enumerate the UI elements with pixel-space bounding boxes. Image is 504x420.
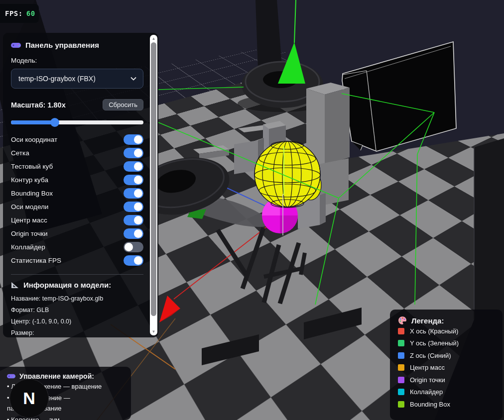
legend-swatch [398, 401, 404, 408]
legend-item: Y ось (Зеленый) [398, 337, 495, 350]
legend-item: Z ось (Синий) [398, 349, 495, 362]
legend-item: Коллайдер [398, 386, 495, 399]
triangle-ruler-icon [11, 282, 19, 289]
slider-thumb[interactable] [50, 118, 59, 127]
toggle-origin-points[interactable] [124, 228, 143, 239]
toggle-collider[interactable] [124, 242, 143, 252]
center-mass-sphere [254, 141, 321, 208]
legend-item: X ось (Красный) [398, 325, 495, 337]
legend-swatch [398, 389, 404, 395]
scrollbar-up-arrow[interactable]: ▲ [150, 36, 157, 41]
toggle-test-cube[interactable] [124, 161, 143, 172]
x-axis-arrow [159, 296, 180, 322]
model-info-title: Информация о модели: [11, 281, 143, 289]
toggle-grid[interactable] [124, 148, 143, 158]
legend-item: Origin точки [398, 374, 495, 386]
model-format: Формат: GLB [11, 305, 143, 316]
toggle-axes[interactable] [124, 134, 143, 145]
model-select[interactable]: temp-ISO-graybox (FBX) [11, 69, 143, 89]
legend-item: Центр масс [398, 362, 495, 374]
toggle-cube-outline[interactable] [124, 175, 143, 185]
fps-value: 60 [26, 9, 35, 17]
scrollbar-down-arrow[interactable]: ▼ [150, 329, 157, 334]
slider-fill [11, 120, 55, 124]
palette-icon [398, 316, 407, 325]
toggle-center-mass[interactable] [124, 215, 143, 225]
raised-tile-sides [202, 308, 362, 365]
model-center: Центр: (-1.0, 9.0, 0.0) [11, 316, 143, 327]
divider [11, 274, 143, 275]
scale-label: Масштаб: 1.80x [11, 101, 66, 109]
model-select-value: temp-ISO-graybox (FBX) [18, 75, 96, 83]
chevron-down-icon [130, 77, 136, 81]
legend-swatch [398, 377, 404, 383]
legend-item: Bounding Box [398, 398, 495, 411]
fps-badge: FPS: 60 [0, 4, 39, 23]
panel-title: Панель управления [11, 41, 143, 49]
gamepad-icon [7, 373, 15, 379]
model-size: Размер: [11, 327, 143, 337]
legend-swatch [398, 352, 404, 359]
toggle-fps-stats[interactable] [124, 255, 143, 266]
model-label: Модель: [11, 57, 143, 64]
scale-slider[interactable] [11, 118, 143, 127]
x-axis-line [174, 222, 273, 299]
legend-swatch [398, 364, 404, 371]
control-panel: Панель управления Модель: temp-ISO-grayb… [3, 33, 158, 337]
model-info: Название: temp-ISO-graybox.glb Формат: G… [11, 293, 143, 337]
toggle-list: Оси координат Сетка Тестовый куб Контур … [11, 133, 143, 267]
dark-sticks [218, 228, 305, 304]
legend-swatch [398, 328, 404, 334]
toggle-bounding-box[interactable] [124, 188, 143, 199]
fps-label: FPS: [5, 9, 23, 17]
toggle-model-axes[interactable] [124, 202, 143, 212]
scrollbar-thumb[interactable] [151, 42, 156, 316]
model-name: Название: temp-ISO-graybox.glb [11, 293, 143, 305]
legend-title: Легенда: [398, 316, 495, 325]
legend-swatch [398, 340, 404, 346]
reset-scale-button[interactable]: Сбросить [103, 99, 143, 110]
gamepad-icon [11, 42, 21, 49]
overlay-n-badge[interactable]: N [9, 379, 49, 418]
legend-panel: Легенда: X ось (Красный) Y ось (Зеленый)… [390, 310, 503, 420]
panel-scrollbar[interactable]: ▲ ▼ [150, 35, 157, 335]
app-window: FPS: 60 Панель управления Модель: temp-I… [0, 0, 504, 420]
